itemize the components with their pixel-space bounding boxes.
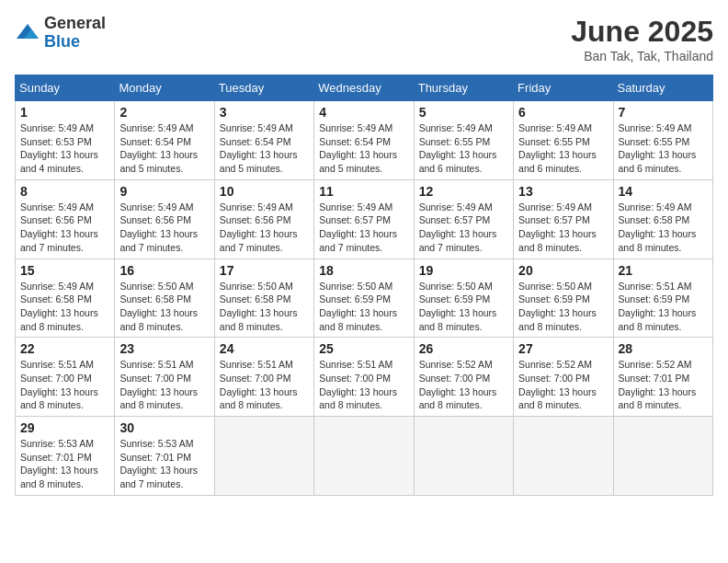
day-number: 19 <box>419 263 508 278</box>
day-info: Sunrise: 5:51 AMSunset: 7:00 PMDaylight:… <box>220 358 309 412</box>
day-info: Sunrise: 5:52 AMSunset: 7:01 PMDaylight:… <box>619 358 708 412</box>
day-number: 30 <box>119 420 209 435</box>
day-number: 24 <box>220 341 309 356</box>
col-tuesday: Tuesday <box>214 75 313 101</box>
day-number: 12 <box>419 184 508 199</box>
page-header: General Blue June 2025 Ban Tak, Tak, Tha… <box>15 15 713 63</box>
table-row <box>314 417 414 496</box>
table-row: 28 Sunrise: 5:52 AMSunset: 7:01 PMDaylig… <box>613 338 712 417</box>
day-number: 13 <box>518 184 608 199</box>
table-row: 19 Sunrise: 5:50 AMSunset: 6:59 PMDaylig… <box>414 259 513 338</box>
day-number: 14 <box>619 184 708 199</box>
day-number: 17 <box>220 263 309 278</box>
title-block: June 2025 Ban Tak, Tak, Thailand <box>571 15 713 63</box>
day-info: Sunrise: 5:50 AMSunset: 6:59 PMDaylight:… <box>319 280 408 334</box>
table-row: 3 Sunrise: 5:49 AMSunset: 6:54 PMDayligh… <box>214 101 313 180</box>
col-friday: Friday <box>514 75 613 101</box>
table-row: 12 Sunrise: 5:49 AMSunset: 6:57 PMDaylig… <box>414 179 513 259</box>
table-row: 2 Sunrise: 5:49 AMSunset: 6:54 PMDayligh… <box>115 101 214 180</box>
day-info: Sunrise: 5:50 AMSunset: 6:58 PMDaylight:… <box>119 280 209 334</box>
table-row: 20 Sunrise: 5:50 AMSunset: 6:59 PMDaylig… <box>514 259 613 338</box>
month-title: June 2025 <box>571 15 713 49</box>
table-row: 22 Sunrise: 5:51 AMSunset: 7:00 PMDaylig… <box>16 338 115 417</box>
day-number: 23 <box>119 341 209 356</box>
day-info: Sunrise: 5:49 AMSunset: 6:54 PMDaylight:… <box>119 121 209 176</box>
day-info: Sunrise: 5:49 AMSunset: 6:54 PMDaylight:… <box>220 121 309 176</box>
day-info: Sunrise: 5:49 AMSunset: 6:57 PMDaylight:… <box>518 201 608 255</box>
day-info: Sunrise: 5:49 AMSunset: 6:55 PMDaylight:… <box>419 121 508 176</box>
day-number: 11 <box>319 184 408 199</box>
day-info: Sunrise: 5:49 AMSunset: 6:56 PMDaylight:… <box>20 201 109 255</box>
day-number: 25 <box>319 341 408 356</box>
day-number: 6 <box>518 105 608 120</box>
table-row: 10 Sunrise: 5:49 AMSunset: 6:56 PMDaylig… <box>214 179 313 259</box>
day-info: Sunrise: 5:51 AMSunset: 7:00 PMDaylight:… <box>319 358 408 412</box>
col-thursday: Thursday <box>414 75 513 101</box>
day-number: 9 <box>119 184 209 199</box>
table-row: 25 Sunrise: 5:51 AMSunset: 7:00 PMDaylig… <box>314 338 414 417</box>
day-info: Sunrise: 5:50 AMSunset: 6:59 PMDaylight:… <box>419 280 508 334</box>
table-row: 6 Sunrise: 5:49 AMSunset: 6:55 PMDayligh… <box>514 101 613 180</box>
day-number: 29 <box>20 420 109 435</box>
day-info: Sunrise: 5:49 AMSunset: 6:53 PMDaylight:… <box>20 121 109 176</box>
calendar-table: Sunday Monday Tuesday Wednesday Thursday… <box>15 75 713 496</box>
day-number: 7 <box>619 105 708 120</box>
day-info: Sunrise: 5:53 AMSunset: 7:01 PMDaylight:… <box>119 437 209 491</box>
day-info: Sunrise: 5:49 AMSunset: 6:58 PMDaylight:… <box>20 280 109 334</box>
location: Ban Tak, Tak, Thailand <box>571 49 713 63</box>
day-info: Sunrise: 5:52 AMSunset: 7:00 PMDaylight:… <box>419 358 508 412</box>
table-row: 18 Sunrise: 5:50 AMSunset: 6:59 PMDaylig… <box>314 259 414 338</box>
table-row: 27 Sunrise: 5:52 AMSunset: 7:00 PMDaylig… <box>514 338 613 417</box>
day-number: 28 <box>619 341 708 356</box>
table-row: 21 Sunrise: 5:51 AMSunset: 6:59 PMDaylig… <box>613 259 712 338</box>
day-info: Sunrise: 5:50 AMSunset: 6:59 PMDaylight:… <box>518 280 608 334</box>
day-info: Sunrise: 5:51 AMSunset: 7:00 PMDaylight:… <box>20 358 109 412</box>
day-number: 16 <box>119 263 209 278</box>
table-row: 5 Sunrise: 5:49 AMSunset: 6:55 PMDayligh… <box>414 101 513 180</box>
col-monday: Monday <box>115 75 214 101</box>
day-number: 1 <box>20 105 109 120</box>
table-row: 11 Sunrise: 5:49 AMSunset: 6:57 PMDaylig… <box>314 179 414 259</box>
table-row: 16 Sunrise: 5:50 AMSunset: 6:58 PMDaylig… <box>115 259 214 338</box>
day-info: Sunrise: 5:49 AMSunset: 6:56 PMDaylight:… <box>119 201 209 255</box>
table-row: 23 Sunrise: 5:51 AMSunset: 7:00 PMDaylig… <box>115 338 214 417</box>
table-row: 14 Sunrise: 5:49 AMSunset: 6:58 PMDaylig… <box>613 179 712 259</box>
logo-general: General <box>44 14 106 32</box>
day-number: 21 <box>619 263 708 278</box>
day-number: 20 <box>518 263 608 278</box>
day-number: 4 <box>319 105 408 120</box>
day-info: Sunrise: 5:49 AMSunset: 6:55 PMDaylight:… <box>619 121 708 176</box>
table-row <box>414 417 513 496</box>
table-row: 4 Sunrise: 5:49 AMSunset: 6:54 PMDayligh… <box>314 101 414 180</box>
col-saturday: Saturday <box>613 75 712 101</box>
day-info: Sunrise: 5:49 AMSunset: 6:55 PMDaylight:… <box>518 121 608 176</box>
day-info: Sunrise: 5:52 AMSunset: 7:00 PMDaylight:… <box>518 358 608 412</box>
table-row: 24 Sunrise: 5:51 AMSunset: 7:00 PMDaylig… <box>214 338 313 417</box>
day-number: 8 <box>20 184 109 199</box>
table-row <box>613 417 712 496</box>
table-row: 13 Sunrise: 5:49 AMSunset: 6:57 PMDaylig… <box>514 179 613 259</box>
logo-text: General Blue <box>44 15 106 52</box>
logo: General Blue <box>15 15 106 52</box>
day-number: 26 <box>419 341 508 356</box>
table-row: 17 Sunrise: 5:50 AMSunset: 6:58 PMDaylig… <box>214 259 313 338</box>
day-number: 27 <box>518 341 608 356</box>
table-row: 9 Sunrise: 5:49 AMSunset: 6:56 PMDayligh… <box>115 179 214 259</box>
day-number: 3 <box>220 105 309 120</box>
day-number: 5 <box>419 105 508 120</box>
table-row: 8 Sunrise: 5:49 AMSunset: 6:56 PMDayligh… <box>16 179 115 259</box>
day-info: Sunrise: 5:49 AMSunset: 6:54 PMDaylight:… <box>319 121 408 176</box>
day-number: 22 <box>20 341 109 356</box>
table-row: 29 Sunrise: 5:53 AMSunset: 7:01 PMDaylig… <box>16 417 115 496</box>
day-info: Sunrise: 5:49 AMSunset: 6:57 PMDaylight:… <box>419 201 508 255</box>
logo-icon <box>15 20 40 46</box>
table-row: 30 Sunrise: 5:53 AMSunset: 7:01 PMDaylig… <box>115 417 214 496</box>
table-row: 1 Sunrise: 5:49 AMSunset: 6:53 PMDayligh… <box>16 101 115 180</box>
table-row: 7 Sunrise: 5:49 AMSunset: 6:55 PMDayligh… <box>613 101 712 180</box>
day-info: Sunrise: 5:51 AMSunset: 7:00 PMDaylight:… <box>119 358 209 412</box>
day-info: Sunrise: 5:49 AMSunset: 6:57 PMDaylight:… <box>319 201 408 255</box>
day-number: 15 <box>20 263 109 278</box>
logo-blue: Blue <box>44 32 80 51</box>
day-info: Sunrise: 5:49 AMSunset: 6:58 PMDaylight:… <box>619 201 708 255</box>
day-number: 10 <box>220 184 309 199</box>
